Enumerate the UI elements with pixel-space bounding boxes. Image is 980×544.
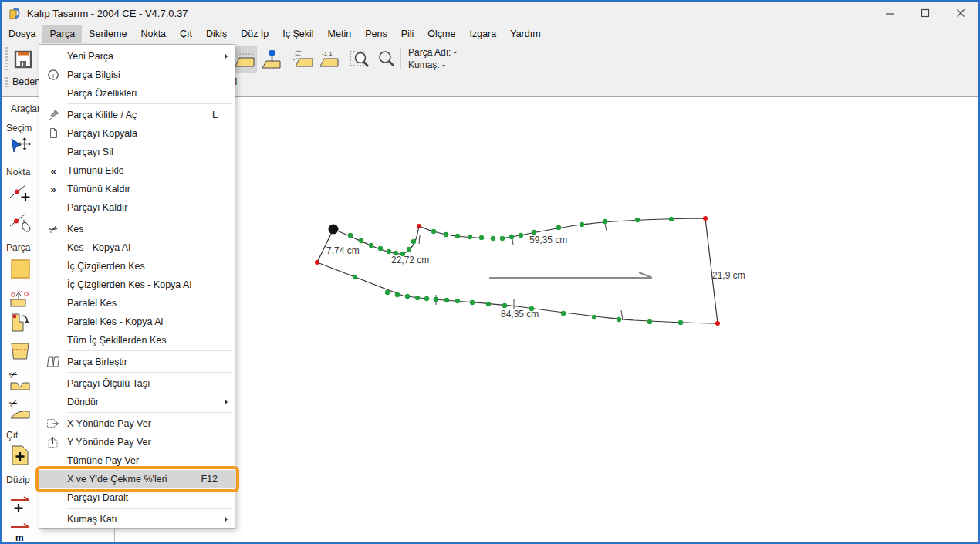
cut-notch-tool[interactable]: ✂ [7, 368, 33, 392]
zoom-area-button[interactable] [346, 46, 372, 73]
piece-name-label: Parça Adı: - [408, 46, 457, 59]
svg-text:i: i [52, 72, 54, 79]
minimize-button[interactable] [872, 2, 907, 24]
scissors-icon: ✂ [39, 217, 69, 241]
menu-item-kes[interactable]: ✂ Kes [39, 220, 235, 238]
copy-icon [39, 127, 67, 140]
close-button[interactable] [943, 2, 978, 24]
menubar-item-pili[interactable]: Pili [394, 25, 421, 43]
scissors-glyph: ✂ [8, 369, 19, 382]
menu-item-kes-kopya-al[interactable]: Kes - Kopya Al [39, 238, 235, 257]
parca-dropdown-menu: Yeni Parça i Parça Bilgisi Parça Özellik… [39, 44, 235, 529]
app-icon [8, 6, 22, 20]
save-icon [13, 49, 33, 69]
title-bar: Kalıp Tasarım - 2004 CE - V4.7.0.37 [2, 2, 978, 25]
menu-separator [67, 372, 232, 373]
section-label-duzip: Düzip [6, 475, 30, 485]
add-grainline-tool[interactable] [7, 492, 33, 516]
toolbar-grip[interactable] [5, 47, 8, 71]
cut-curve-tool[interactable]: ✂ [7, 397, 33, 421]
menu-separator [67, 218, 232, 218]
menu-item-tumune-pay-ver[interactable]: Tümüne Pay Ver [39, 451, 235, 470]
menu-item-parcayi-sil[interactable]: Parçayı Sil [39, 143, 235, 161]
serileme-folder-icon [292, 49, 315, 70]
zoom-icon [375, 48, 398, 71]
app-window: Kalıp Tasarım - 2004 CE - V4.7.0.37 Dosy… [0, 0, 980, 544]
menubar-item-parca[interactable]: Parça [42, 25, 82, 43]
info-icon: i [39, 69, 67, 81]
menu-item-parca-birlestir[interactable]: Parça Birleştir [39, 353, 235, 371]
menu-bar: Dosya Parça Serileme Nokta Çıt Dikiş Düz… [2, 25, 978, 43]
minus-one-label: -1 1 [322, 50, 333, 57]
menu-item-parcayi-daralt[interactable]: Parçayı Daralt [39, 488, 235, 507]
select-move-tool[interactable] [7, 136, 33, 160]
menubar-item-cit[interactable]: Çıt [173, 25, 199, 43]
menu-separator [67, 412, 232, 413]
menu-item-tumunu-ekle[interactable]: « Tümünü Ekle [39, 161, 235, 180]
measure-grainline-tool[interactable]: m [7, 519, 33, 543]
fold-piece-tool[interactable] [7, 339, 33, 363]
toolbar-grip[interactable] [5, 77, 8, 87]
open-piece-icon [233, 49, 256, 70]
merge-pieces-icon [39, 356, 67, 368]
menubar-item-nokta[interactable]: Nokta [133, 25, 173, 43]
add-point-tool[interactable] [7, 181, 33, 204]
toolbar-separator [286, 48, 286, 70]
menu-item-y-yonunde-pay-ver[interactable]: Y Yönünde Pay Ver [39, 433, 235, 451]
fabric-label: Kumaş: - [408, 59, 457, 71]
menu-item-paralel-kes-kopya-al[interactable]: Paralel Kes - Kopya Al [39, 313, 235, 331]
menubar-item-pens[interactable]: Pens [358, 25, 394, 43]
menu-item-parcayi-olculu-tasi[interactable]: Parçayı Ölçülü Taşı [39, 374, 235, 393]
menubar-item-izgara[interactable]: Izgara [462, 25, 503, 43]
tools-panel-title: Araçlar [11, 103, 40, 114]
save-button[interactable] [10, 46, 35, 73]
menubar-item-olcme[interactable]: Ölçme [421, 25, 462, 43]
submenu-arrow-icon [225, 516, 228, 522]
zoom-area-icon [348, 48, 371, 71]
scissors-glyph: ✂ [8, 397, 19, 411]
menubar-item-yardim[interactable]: Yardım [503, 25, 547, 43]
section-label-cit: Çıt [6, 430, 18, 441]
menu-item-kumas-kati[interactable]: Kumaş Katı [39, 510, 235, 529]
pin-piece-button[interactable] [258, 46, 283, 73]
window-title: Kalıp Tasarım - 2004 CE - V4.7.0.37 [27, 8, 188, 19]
menubar-item-serileme[interactable]: Serileme [82, 25, 133, 43]
menu-separator [67, 508, 232, 509]
add-notch-tool[interactable] [7, 443, 33, 467]
rotate-piece-tool[interactable] [7, 310, 33, 334]
menubar-item-icsekil[interactable]: İç Şekil [275, 25, 320, 43]
menu-item-tum-ic-sekillerden-kes[interactable]: Tüm İç Şekillerden Kes [39, 331, 235, 350]
menu-item-paralel-kes[interactable]: Paralel Kes [39, 294, 235, 313]
new-piece-tool[interactable] [7, 257, 33, 281]
section-label-parca: Parça [6, 242, 30, 253]
window-controls [872, 2, 978, 24]
menubar-item-metin[interactable]: Metin [321, 25, 359, 43]
menu-item-x-yonunde-pay-ver[interactable]: X Yönünde Pay Ver [39, 414, 235, 433]
move-piece-by-points-tool[interactable] [7, 286, 33, 309]
pin-icon [39, 109, 67, 121]
pin-piece-icon [259, 48, 282, 71]
menu-item-x-ve-y-cekme-yuzdeleri[interactable]: X ve Y'de Çekme %'leri F12 [39, 470, 235, 488]
menu-item-parcayi-kopyala[interactable]: Parçayı Kopyala [39, 124, 235, 143]
menu-item-parcayi-kaldir[interactable]: Parçayı Kaldır [39, 198, 235, 217]
menu-item-ic-cizgilerden-kes[interactable]: İç Çizgilerden Kes [39, 257, 235, 275]
move-point-tool[interactable] [7, 211, 33, 235]
menu-item-yeni-parca[interactable]: Yeni Parça [39, 47, 235, 66]
toolbar-separator [343, 48, 343, 70]
menubar-item-duzip[interactable]: Düz İp [234, 25, 275, 43]
menu-item-ic-cizgilerden-kes-kopya-al[interactable]: İç Çizgilerden Kes - Kopya Al [39, 275, 235, 294]
menu-item-parca-kilitle[interactable]: Parça Kilitle / Aç L [39, 106, 235, 124]
zoom-button[interactable] [373, 46, 399, 73]
m-glyph: m [15, 532, 24, 543]
serileme-folder-button[interactable] [290, 46, 316, 73]
menu-item-parca-ozellikleri[interactable]: Parça Özellikleri [39, 84, 235, 103]
menubar-item-dikis[interactable]: Dikiş [199, 25, 234, 43]
menu-item-parca-bilgisi[interactable]: i Parça Bilgisi [39, 66, 235, 84]
maximize-button[interactable] [907, 2, 943, 24]
size-set-folder-button[interactable]: -1 1 [316, 46, 341, 73]
menubar-item-dosya[interactable]: Dosya [2, 25, 42, 43]
menu-item-tumunu-kaldir[interactable]: » Tümünü Kaldır [39, 180, 235, 198]
menu-item-dondur[interactable]: Döndür [39, 393, 235, 411]
chevrons-left-icon: « [39, 165, 67, 177]
toolbar-separator [400, 48, 401, 70]
